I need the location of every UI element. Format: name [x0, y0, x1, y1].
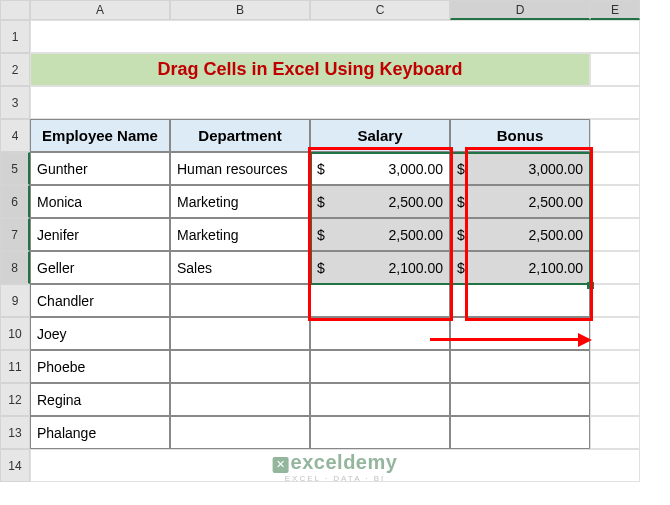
cell-bonus[interactable]	[450, 416, 590, 449]
cell-dept[interactable]	[170, 284, 310, 317]
watermark-text: exceldemy	[291, 451, 398, 473]
cell-salary[interactable]	[310, 284, 450, 317]
cell[interactable]	[590, 53, 640, 86]
cell-bonus[interactable]	[450, 284, 590, 317]
row-header-14[interactable]: 14	[0, 449, 30, 482]
cell[interactable]	[590, 416, 640, 449]
row-header-8[interactable]: 8	[0, 251, 30, 284]
cell-bonus[interactable]	[450, 383, 590, 416]
select-all-corner[interactable]	[0, 0, 30, 20]
cell[interactable]	[590, 119, 640, 152]
cell-dept[interactable]	[170, 416, 310, 449]
fill-handle[interactable]	[587, 282, 594, 289]
row-header-3[interactable]: 3	[0, 86, 30, 119]
cell-bonus[interactable]: $2,500.00	[450, 218, 590, 251]
cell-name[interactable]: Monica	[30, 185, 170, 218]
header-bonus[interactable]: Bonus	[450, 119, 590, 152]
spreadsheet-grid[interactable]: A B C D E 1 2 Drag Cells in Excel Using …	[0, 0, 670, 482]
cell-salary[interactable]: $3,000.00	[310, 152, 450, 185]
cell-salary[interactable]	[310, 383, 450, 416]
row-header-10[interactable]: 10	[0, 317, 30, 350]
cell-dept[interactable]	[170, 383, 310, 416]
col-header-A[interactable]: A	[30, 0, 170, 20]
cell[interactable]	[590, 383, 640, 416]
cell[interactable]	[590, 317, 640, 350]
cell-name[interactable]: Chandler	[30, 284, 170, 317]
cell-bonus[interactable]	[450, 350, 590, 383]
cell-salary[interactable]	[310, 317, 450, 350]
cell-dept[interactable]: Sales	[170, 251, 310, 284]
cell-salary[interactable]	[310, 350, 450, 383]
row-header-12[interactable]: 12	[0, 383, 30, 416]
cell-dept[interactable]: Human resources	[170, 152, 310, 185]
row-header-6[interactable]: 6	[0, 185, 30, 218]
cell-bonus[interactable]: $3,000.00	[450, 152, 590, 185]
row-header-4[interactable]: 4	[0, 119, 30, 152]
cell-bonus[interactable]: $2,500.00	[450, 185, 590, 218]
cell-salary[interactable]	[310, 416, 450, 449]
cell-name[interactable]: Gunther	[30, 152, 170, 185]
row-header-5[interactable]: 5	[0, 152, 30, 185]
cell-dept[interactable]: Marketing	[170, 218, 310, 251]
cell-dept[interactable]	[170, 350, 310, 383]
col-header-C[interactable]: C	[310, 0, 450, 20]
watermark-sub: EXCEL · DATA · BI	[273, 474, 398, 483]
row-header-1[interactable]: 1	[0, 20, 30, 53]
cell-salary[interactable]: $2,100.00	[310, 251, 450, 284]
col-header-E[interactable]: E	[590, 0, 640, 20]
cell-name[interactable]: Regina	[30, 383, 170, 416]
col-header-B[interactable]: B	[170, 0, 310, 20]
cell-name[interactable]: Geller	[30, 251, 170, 284]
cell-bonus[interactable]: $2,100.00	[450, 251, 590, 284]
cell[interactable]	[590, 218, 640, 251]
row-header-11[interactable]: 11	[0, 350, 30, 383]
cell-name[interactable]: Phalange	[30, 416, 170, 449]
cell[interactable]	[590, 251, 640, 284]
cell[interactable]	[30, 20, 640, 53]
title-cell[interactable]: Drag Cells in Excel Using Keyboard	[30, 53, 590, 86]
cell[interactable]	[590, 350, 640, 383]
cell-dept[interactable]	[170, 317, 310, 350]
cell-salary[interactable]: $2,500.00	[310, 185, 450, 218]
header-name[interactable]: Employee Name	[30, 119, 170, 152]
cell[interactable]	[590, 284, 640, 317]
cell[interactable]	[590, 152, 640, 185]
row-header-7[interactable]: 7	[0, 218, 30, 251]
header-salary[interactable]: Salary	[310, 119, 450, 152]
cell-name[interactable]: Joey	[30, 317, 170, 350]
cell-bonus[interactable]	[450, 317, 590, 350]
cell-name[interactable]: Phoebe	[30, 350, 170, 383]
cell-name[interactable]: Jenifer	[30, 218, 170, 251]
col-header-D[interactable]: D	[450, 0, 590, 20]
cell[interactable]	[30, 86, 640, 119]
row-header-2[interactable]: 2	[0, 53, 30, 86]
row-header-13[interactable]: 13	[0, 416, 30, 449]
cell-dept[interactable]: Marketing	[170, 185, 310, 218]
cell[interactable]	[590, 185, 640, 218]
header-dept[interactable]: Department	[170, 119, 310, 152]
watermark-logo: exceldemy EXCEL · DATA · BI	[273, 451, 398, 483]
row-header-9[interactable]: 9	[0, 284, 30, 317]
logo-icon	[273, 457, 289, 473]
cell-salary[interactable]: $2,500.00	[310, 218, 450, 251]
